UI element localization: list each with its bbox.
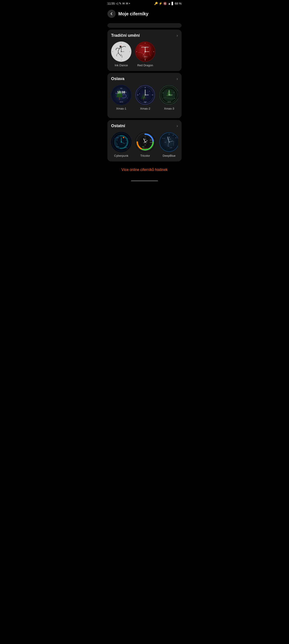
signal-icon: ▋ <box>172 2 174 5</box>
svg-text:7684: 7684 <box>116 146 119 148</box>
svg-text:48: 48 <box>173 141 174 142</box>
watch-item-xmas-1[interactable]: ❄ ❄ ❄ FRI 10:08 10/18 Xmas-1 <box>111 85 131 114</box>
svg-text:36: 36 <box>168 137 170 138</box>
svg-text:216: 216 <box>117 137 119 138</box>
watch-item-cyberpunk[interactable]: 216 7684 85% Cyberpunk <box>111 132 131 158</box>
svg-point-96 <box>123 137 124 138</box>
section-traditional: Tradiční umění › <box>108 30 181 71</box>
svg-point-23 <box>145 60 146 61</box>
back-button[interactable] <box>108 10 116 18</box>
svg-text:❄: ❄ <box>174 98 175 99</box>
svg-point-95 <box>121 142 122 142</box>
svg-text:❄: ❄ <box>163 92 163 94</box>
wifi-icon: ▲ <box>168 2 171 5</box>
svg-text:15: 15 <box>172 134 174 136</box>
top-scroll-card <box>108 23 181 28</box>
watch-item-ink-dance[interactable]: Ink Dance <box>111 42 131 68</box>
status-left: 11:55 ◁ ✎ ✉ ✉ • <box>108 2 130 5</box>
watch-face-tricolor: 12 24 24°C 388 kcal steps 97 80 8 hours <box>135 132 155 152</box>
celebration-items-row: ❄ ❄ ❄ FRI 10:08 10/18 Xmas-1 <box>111 85 178 114</box>
watch-face-deepblue: 14 15 16 M T W 36 STRESS 48 49 20 NO AM <box>159 132 178 152</box>
svg-rect-27 <box>119 97 120 100</box>
page-header: Moje ciferníky <box>104 7 185 22</box>
watch-label-red-dragon: Red Dragon <box>137 64 153 68</box>
svg-point-131 <box>169 142 170 142</box>
svg-text:10/18: 10/18 <box>119 101 123 102</box>
svg-point-7 <box>121 51 122 52</box>
svg-text:FRI: FRI <box>120 88 122 89</box>
svg-text:14: 14 <box>168 134 170 135</box>
svg-point-10 <box>121 60 122 61</box>
svg-text:❄: ❄ <box>126 92 127 93</box>
watch-face-xmas-1: ❄ ❄ ❄ FRI 10:08 10/18 <box>111 85 131 105</box>
section-header-celebration[interactable]: Oslava › <box>111 76 178 81</box>
svg-text:97: 97 <box>145 144 146 146</box>
svg-text:M T W: M T W <box>162 138 165 139</box>
svg-point-9 <box>130 52 130 52</box>
watch-face-xmas-2: ❄ ❄ 10/18 <box>135 85 155 105</box>
watch-label-xmas-1: Xmas-1 <box>116 107 126 111</box>
watch-item-tricolor[interactable]: 12 24 24°C 388 kcal steps 97 80 8 hours <box>135 132 155 158</box>
svg-text:10:08: 10:08 <box>117 90 125 94</box>
section-title-other: Ostatní <box>111 124 125 128</box>
svg-text:20: 20 <box>173 144 174 146</box>
svg-point-4 <box>120 45 121 46</box>
svg-text:80: 80 <box>142 146 144 148</box>
watch-label-tricolor: Tricolor <box>140 154 150 158</box>
svg-text:STRESS: STRESS <box>167 138 171 140</box>
chevron-icon-traditional: › <box>177 33 178 38</box>
section-header-other[interactable]: Ostatní › <box>111 124 178 128</box>
section-title-traditional: Tradiční umění <box>111 33 140 38</box>
watch-label-xmas-3: Xmas-3 <box>164 107 174 111</box>
svg-text:LON: LON <box>170 147 172 148</box>
svg-text:* 24°C: * 24°C <box>143 56 147 58</box>
svg-point-65 <box>169 94 170 96</box>
svg-text:❄: ❄ <box>174 92 174 93</box>
watch-face-red-dragon: HUAWEI * 24°C <box>135 42 155 62</box>
svg-text:388 kcal: 388 kcal <box>150 139 154 141</box>
watch-face-ink-dance <box>111 42 131 62</box>
svg-text:AM: AM <box>168 146 169 147</box>
svg-point-21 <box>145 43 146 44</box>
more-link-text: Více online ciferníků hodinek <box>121 168 168 172</box>
svg-point-18 <box>145 51 146 52</box>
status-right: 🔑 ⚡ 🔇 ▲ ▋ 68 % <box>154 2 181 5</box>
section-title-celebration: Oslava <box>111 76 124 81</box>
page-title: Moje ciferníky <box>118 11 148 16</box>
svg-text:NO: NO <box>165 142 166 143</box>
traditional-items-row: Ink Dance <box>111 42 178 68</box>
other-items-row: 216 7684 85% Cyberpunk <box>111 132 178 158</box>
battery-display: 68 % <box>175 2 181 5</box>
section-other: Ostatní › <box>108 120 181 162</box>
navigation-icon: ◁ <box>116 2 118 5</box>
time-display: 11:55 <box>108 2 115 5</box>
bottom-bar <box>104 178 185 185</box>
more-link[interactable]: Více online ciferníků hodinek <box>104 163 185 178</box>
key-icon: 🔑 <box>154 2 158 5</box>
svg-text:24: 24 <box>144 138 146 140</box>
svg-text:steps: steps <box>150 142 152 143</box>
chevron-icon-celebration: › <box>177 76 178 81</box>
svg-text:12: 12 <box>145 136 146 138</box>
svg-text:❄: ❄ <box>116 93 117 94</box>
svg-text:❄: ❄ <box>127 98 128 98</box>
svg-text:❄: ❄ <box>139 93 140 94</box>
watch-item-xmas-2[interactable]: ❄ ❄ 10/18 Xmas-2 <box>135 85 155 114</box>
svg-point-11 <box>112 52 113 52</box>
bluetooth-icon: ⚡ <box>159 2 162 5</box>
watch-item-red-dragon[interactable]: HUAWEI * 24°C Red Dragon <box>135 42 155 68</box>
svg-point-111 <box>145 142 146 142</box>
svg-text:10/18: 10/18 <box>167 101 171 102</box>
watch-item-xmas-3[interactable]: ❄ ❄ ❄ 10/18 Xmas-3 <box>159 85 178 114</box>
watch-label-deepblue: DeepBlue <box>163 154 175 158</box>
section-header-traditional[interactable]: Tradiční umění › <box>111 33 178 38</box>
status-bar: 11:55 ◁ ✎ ✉ ✉ • 🔑 ⚡ 🔇 ▲ ▋ 68 % <box>104 0 185 7</box>
svg-text:49: 49 <box>173 143 174 144</box>
svg-point-20 <box>145 59 146 60</box>
svg-point-8 <box>121 43 122 44</box>
chevron-icon-other: › <box>177 124 178 128</box>
mail-icon-2: ✉ <box>126 2 128 5</box>
svg-point-24 <box>136 52 137 52</box>
watch-item-deepblue[interactable]: 14 15 16 M T W 36 STRESS 48 49 20 NO AM <box>159 132 178 158</box>
svg-text:16: 16 <box>175 137 177 138</box>
